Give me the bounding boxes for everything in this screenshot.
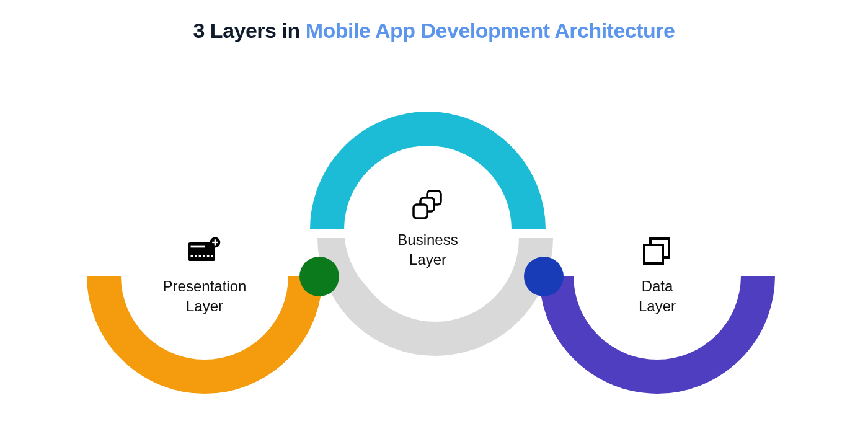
connector-dot-2 [524, 257, 564, 296]
layer2-line1: Business [397, 231, 458, 248]
squares-3-icon [409, 189, 446, 220]
card-plus-icon [186, 236, 223, 267]
layer-label-data: Data Layer [639, 277, 676, 317]
circle-business-inner: Business Layer [344, 146, 512, 313]
diagram-area: Presentation Layer Business Layer [0, 93, 868, 415]
circle-business: Business Layer [310, 112, 546, 347]
circle-presentation: Presentation Layer [87, 158, 322, 394]
layer1-line2: Layer [186, 298, 223, 314]
connector-dot-1 [299, 257, 339, 296]
layer1-line1: Presentation [163, 278, 247, 294]
svg-rect-2 [191, 245, 205, 247]
circle-presentation-inner: Presentation Layer [121, 192, 288, 360]
layer-label-business: Business Layer [397, 230, 458, 270]
svg-rect-8 [414, 205, 427, 218]
circle-data-inner: Data Layer [574, 192, 741, 360]
layer-label-presentation: Presentation Layer [163, 277, 247, 317]
title-blue-part: Mobile App Development Architecture [306, 19, 675, 42]
layer2-line2: Layer [409, 251, 446, 268]
title-dark-part: 3 Layers in [193, 19, 306, 42]
page-title: 3 Layers in Mobile App Development Archi… [0, 0, 868, 43]
circle-data: Data Layer [539, 158, 775, 394]
squares-2-icon [639, 236, 676, 267]
layer3-line1: Data [642, 278, 673, 294]
layer3-line2: Layer [639, 298, 676, 314]
svg-rect-10 [644, 245, 663, 264]
